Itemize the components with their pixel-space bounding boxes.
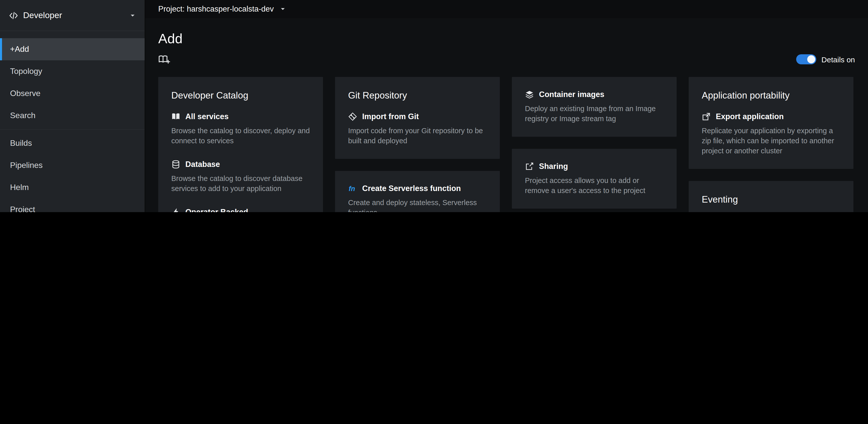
main-area: Project: harshcasper-localsta-dev Add (145, 0, 868, 212)
add-page-content: Developer CatalogAll servicesBrowse the … (145, 65, 868, 212)
add-item-title: Container images (539, 90, 604, 99)
add-item-desc: Project access allows you to add or remo… (525, 175, 663, 196)
add-item[interactable]: Container imagesDeploy an existing Image… (525, 90, 663, 124)
book-icon (171, 112, 180, 121)
add-item-title: Operator Backed (185, 207, 248, 212)
export-icon (702, 112, 711, 121)
card-title: Eventing (702, 194, 840, 205)
details-toggle[interactable] (797, 54, 816, 64)
git-icon (348, 112, 357, 121)
card-column: Application portabilityExport applicatio… (689, 77, 854, 212)
add-card: Git RepositoryImport from GitImport code… (335, 77, 500, 159)
add-item-desc: Import code from your Git repository to … (348, 126, 487, 146)
sidebar-item-topology[interactable]: Topology (0, 60, 145, 82)
add-item-desc: Deploy an existing Image from an Image r… (525, 104, 663, 124)
add-card: SharingProject access allows you to add … (512, 149, 677, 208)
project-selector[interactable]: Project: harshcasper-localsta-dev (158, 4, 286, 13)
card-column: Developer CatalogAll servicesBrowse the … (158, 77, 323, 212)
nav-group: +AddTopologyObserveSearch (0, 38, 145, 127)
add-item-desc: Browse the catalog to discover database … (171, 173, 310, 194)
sidebar-item-add[interactable]: +Add (0, 38, 145, 60)
sidebar-item-observe[interactable]: Observe (0, 82, 145, 105)
layers-icon (525, 90, 534, 99)
sidebar: Developer +AddTopologyObserveSearchBuild… (0, 0, 145, 212)
add-card: fnCreate Serverless functionCreate and d… (335, 171, 500, 212)
project-selector-label: Project: harshcasper-localsta-dev (158, 4, 274, 13)
card-title: Application portability (702, 90, 840, 101)
quick-starts-icon[interactable] (158, 54, 170, 65)
database-icon (171, 160, 180, 169)
add-item-desc: Browse the catalog to discover, deploy a… (171, 126, 310, 146)
add-item-title: Sharing (539, 162, 568, 171)
sidebar-item-search[interactable]: Search (0, 105, 145, 127)
add-item-title: Database (185, 160, 220, 169)
svg-text:fn: fn (349, 185, 355, 193)
add-item[interactable]: Operator BackedBrowse the catalog to dis… (171, 207, 310, 212)
add-item-title: Export application (716, 112, 784, 121)
sidebar-item-project[interactable]: Project (0, 199, 145, 212)
card-title: Developer Catalog (171, 90, 310, 101)
sidebar-item-builds[interactable]: Builds (0, 132, 145, 154)
add-item[interactable]: All servicesBrowse the catalog to discov… (171, 112, 310, 146)
add-item[interactable]: fnCreate Serverless functionCreate and d… (348, 184, 487, 212)
add-card: Container imagesDeploy an existing Image… (512, 77, 677, 137)
chevron-down-icon (130, 12, 135, 18)
add-card: Application portabilityExport applicatio… (689, 77, 854, 169)
add-item-title: Import from Git (362, 112, 419, 121)
nav-group: BuildsPipelinesHelmProject (0, 129, 145, 212)
add-item[interactable]: DatabaseBrowse the catalog to discover d… (171, 160, 310, 194)
details-toggle-wrap: Details on (797, 54, 855, 64)
perspective-switcher[interactable]: Developer (0, 0, 145, 31)
sidebar-item-helm[interactable]: Helm (0, 176, 145, 199)
chevron-down-icon (280, 6, 286, 12)
sidebar-item-pipelines[interactable]: Pipelines (0, 154, 145, 176)
add-item[interactable]: Import from GitImport code from your Git… (348, 112, 487, 146)
add-item-title: Create Serverless function (362, 184, 461, 193)
add-item[interactable]: SharingProject access allows you to add … (525, 162, 663, 196)
bolt-icon (171, 207, 180, 212)
code-icon (9, 11, 18, 20)
add-item-title: All services (185, 112, 228, 121)
card-columns: Developer CatalogAll servicesBrowse the … (158, 77, 855, 212)
toggle-knob (807, 55, 815, 63)
card-column: Git RepositoryImport from GitImport code… (335, 77, 500, 212)
add-card: Developer CatalogAll servicesBrowse the … (158, 77, 323, 212)
masthead: Project: harshcasper-localsta-dev (145, 0, 868, 18)
add-card: EventingEvent SourceCreate an Event sour… (689, 181, 854, 212)
share-icon (525, 162, 534, 171)
card-column: Container imagesDeploy an existing Image… (512, 77, 677, 212)
perspective-name: Developer (23, 10, 125, 20)
card-title: Git Repository (348, 90, 487, 101)
page-title: Add (158, 31, 855, 47)
add-item-desc: Replicate your application by exporting … (702, 126, 840, 156)
add-item[interactable]: Export applicationReplicate your applica… (702, 112, 840, 156)
console-app: Developer +AddTopologyObserveSearchBuild… (0, 0, 868, 212)
add-item-desc: Create and deploy stateless, Serverless … (348, 198, 487, 212)
details-toggle-label: Details on (822, 55, 855, 64)
fn-icon: fn (348, 184, 357, 193)
sidebar-nav: +AddTopologyObserveSearchBuildsPipelines… (0, 31, 145, 212)
page-header: Add Details on (145, 18, 868, 65)
